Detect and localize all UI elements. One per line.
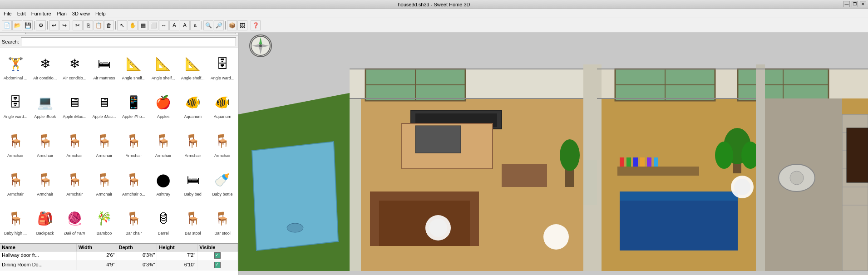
grid-item-14[interactable]: 🐠Aquarium [178, 88, 207, 126]
grid-item-20[interactable]: 🪑Armchair [119, 127, 148, 165]
delete-button[interactable]: 🗑 [104, 20, 114, 30]
copy-button[interactable]: ⎘ [83, 20, 93, 30]
grid-item-15[interactable]: 🐠Aquarium [208, 88, 237, 126]
dimension-button[interactable]: ↔ [159, 20, 169, 30]
menu-help[interactable]: Help [94, 10, 108, 17]
grid-item-28[interactable]: 🪑Armchair o... [119, 165, 148, 203]
grid-item-11[interactable]: 🖥Apple iMac... [89, 88, 118, 126]
grid-item-36[interactable]: 🪑Bar chair [119, 204, 148, 242]
grid-item-38[interactable]: 🪑Bar stool [178, 204, 207, 242]
create-rooms-button[interactable]: ⬜ [148, 20, 158, 30]
grid-item-30[interactable]: 🛏Baby bed [178, 165, 207, 203]
import-furniture-button[interactable]: 📦 [227, 20, 237, 30]
grid-item-12[interactable]: 📱Apple iPho... [119, 88, 148, 126]
grid-item-2[interactable]: ❄Air conditio... [60, 49, 89, 87]
grid-item-icon-8: 🗄 [3, 90, 28, 114]
create-walls-button[interactable]: ▦ [138, 20, 148, 30]
col-depth: Depth [117, 244, 158, 251]
grid-item-label-37: Barrel [158, 231, 169, 236]
compass[interactable] [249, 34, 272, 57]
compass-circle[interactable] [249, 34, 272, 57]
grid-item-23[interactable]: 🪑Armchair [208, 127, 237, 165]
grid-item-21[interactable]: 🪑Armchair [149, 127, 178, 165]
grid-item-37[interactable]: 🛢Barrel [149, 204, 178, 242]
3d-view[interactable] [238, 24, 868, 275]
grid-item-0[interactable]: 🏋Abdominal ... [1, 49, 30, 87]
grid-item-22[interactable]: 🪑Armchair [178, 127, 207, 165]
grid-item-9[interactable]: 💻Apple iBook [30, 88, 59, 126]
grid-item-1[interactable]: ❄Air conditio... [30, 49, 59, 87]
grid-item-8[interactable]: 🗄Angle ward... [1, 88, 30, 126]
grid-item-33[interactable]: 🎒Backpack [30, 204, 59, 242]
grid-item-31[interactable]: 🍼Baby bottle [208, 165, 237, 203]
redo-button[interactable]: ↪ [59, 20, 69, 30]
preferences-button[interactable]: ⚙ [36, 20, 46, 30]
grid-item-10[interactable]: 🖥Apple iMac... [60, 88, 89, 126]
grid-item-3[interactable]: 🛏Air mattress [89, 49, 118, 87]
grid-item-27[interactable]: 🪑Armchair [89, 165, 118, 203]
menu-3dview[interactable]: 3D view [70, 10, 92, 17]
grid-item-icon-15: 🐠 [210, 90, 235, 114]
svg-marker-48 [370, 192, 379, 246]
grid-item-4[interactable]: 📐Angle shelf... [119, 49, 148, 87]
grid-item-19[interactable]: 🪑Armchair [89, 127, 118, 165]
col-height: Height [157, 244, 197, 251]
table-row[interactable]: Hallway door fr... 2'6" 0'3¾" 7'2" [0, 251, 238, 261]
grid-item-39[interactable]: 🪑Bar stool [208, 204, 237, 242]
grid-item-32[interactable]: 🪑Baby high ... [1, 204, 30, 242]
grid-item-label-38: Bar stool [185, 231, 201, 236]
grid-item-13[interactable]: 🍎Apples [149, 88, 178, 126]
grid-item-25[interactable]: 🪑Armchair [30, 165, 59, 203]
col-name: Name [0, 244, 77, 251]
sep5 [202, 21, 202, 29]
grid-item-label-10: Apple iMac... [63, 114, 86, 119]
minimize-button[interactable]: — [843, 1, 850, 7]
close-button[interactable]: ✕ [860, 1, 866, 7]
grid-item-35[interactable]: 🎋Bamboo [89, 204, 118, 242]
help-button[interactable]: ❓ [251, 20, 261, 30]
visible-checkbox[interactable] [214, 262, 221, 268]
grid-item-label-22: Armchair [185, 153, 201, 158]
sep4 [115, 21, 116, 29]
grid-item-5[interactable]: 📐Angle shelf... [149, 49, 178, 87]
uppercase-a-button[interactable]: A [180, 20, 190, 30]
search-input[interactable] [21, 37, 236, 46]
grid-item-34[interactable]: 🧶Ball of Yarn [60, 204, 89, 242]
grid-item-26[interactable]: 🪑Armchair [60, 165, 89, 203]
new-button[interactable]: 📄 [2, 20, 12, 30]
lower-a-button[interactable]: a [190, 20, 200, 30]
grid-item-18[interactable]: 🪑Armchair [60, 127, 89, 165]
cut-button[interactable]: ✂ [73, 20, 83, 30]
visible-checkbox[interactable] [214, 252, 221, 259]
grid-item-label-2: Air conditio... [63, 76, 86, 80]
grid-item-24[interactable]: 🪑Armchair [1, 165, 30, 203]
grid-item-16[interactable]: 🪑Armchair [1, 127, 30, 165]
zoom-out-button[interactable]: 🔎 [214, 20, 224, 30]
row-visible[interactable] [197, 251, 238, 260]
menu-furniture[interactable]: Furniture [30, 10, 53, 17]
label-button[interactable]: A [169, 20, 179, 30]
restore-button[interactable]: ❐ [852, 1, 858, 7]
import-image-button[interactable]: 🖼 [237, 20, 247, 30]
grid-item-label-28: Armchair o... [122, 192, 145, 196]
save-button[interactable]: 💾 [23, 20, 33, 30]
grid-item-17[interactable]: 🪑Armchair [30, 127, 59, 165]
grid-item-29[interactable]: ⬤Ashtray [149, 165, 178, 203]
open-button[interactable]: 📂 [12, 20, 22, 30]
move-button[interactable]: ✋ [128, 20, 138, 30]
menu-edit[interactable]: Edit [15, 10, 28, 17]
row-visible[interactable] [197, 261, 238, 270]
grid-item-6[interactable]: 📐Angle shelf... [178, 49, 207, 87]
zoom-in-button[interactable]: 🔍 [203, 20, 213, 30]
svg-rect-53 [415, 126, 461, 153]
sep1 [34, 21, 35, 29]
select-button[interactable]: ↖ [117, 20, 127, 30]
undo-button[interactable]: ↩ [49, 20, 59, 30]
menu-plan[interactable]: Plan [55, 10, 69, 17]
grid-item-7[interactable]: 🗄Angle ward... [208, 49, 237, 87]
menu-file[interactable]: File [2, 10, 14, 17]
grid-item-icon-35: 🎋 [92, 206, 116, 231]
grid-item-icon-16: 🪑 [3, 129, 28, 153]
table-row[interactable]: Dining Room Do... 4'9" 0'3¾" 6'10" [0, 261, 238, 270]
paste-button[interactable]: 📋 [94, 20, 104, 30]
